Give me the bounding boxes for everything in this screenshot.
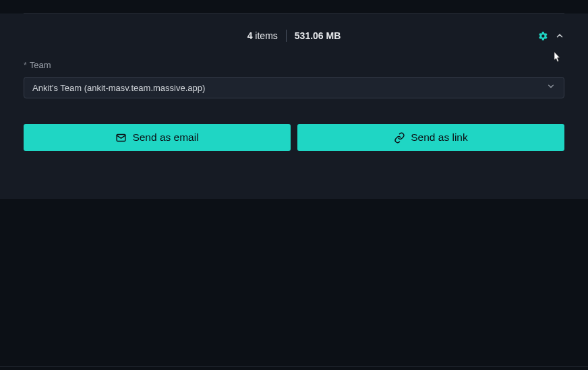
summary-icons [538, 31, 564, 41]
link-icon [394, 132, 405, 144]
footer-divider [0, 366, 588, 367]
mail-icon [115, 132, 127, 144]
send-as-link-button[interactable]: Send as link [297, 124, 564, 151]
panel-divider [24, 13, 564, 14]
summary-row: 4 items 531.06 MB [24, 24, 564, 48]
team-dropdown-value: Ankit's Team (ankit-masv.team.massive.ap… [32, 83, 205, 93]
top-panel: 4 items 531.06 MB *Team Ankit's Team (an… [0, 13, 588, 199]
send-link-label: Send as link [411, 131, 467, 144]
settings-gear-icon[interactable] [538, 31, 548, 41]
team-label-text: Team [30, 60, 51, 70]
chevron-down-icon [546, 82, 556, 94]
team-label: *Team [24, 60, 564, 70]
item-count: 4 items [247, 30, 286, 41]
collapse-chevron-icon[interactable] [555, 31, 564, 40]
file-size: 531.06 MB [287, 30, 341, 41]
item-count-suffix: items [252, 30, 277, 41]
empty-area [0, 199, 588, 370]
team-section: *Team Ankit's Team (ankit-masv.team.mass… [24, 60, 564, 98]
button-row: Send as email Send as link [24, 124, 564, 151]
send-email-label: Send as email [132, 131, 198, 144]
summary-center: 4 items 531.06 MB [247, 30, 341, 42]
required-asterisk: * [24, 61, 27, 70]
send-as-email-button[interactable]: Send as email [24, 124, 291, 151]
team-dropdown[interactable]: Ankit's Team (ankit-masv.team.massive.ap… [24, 77, 564, 98]
